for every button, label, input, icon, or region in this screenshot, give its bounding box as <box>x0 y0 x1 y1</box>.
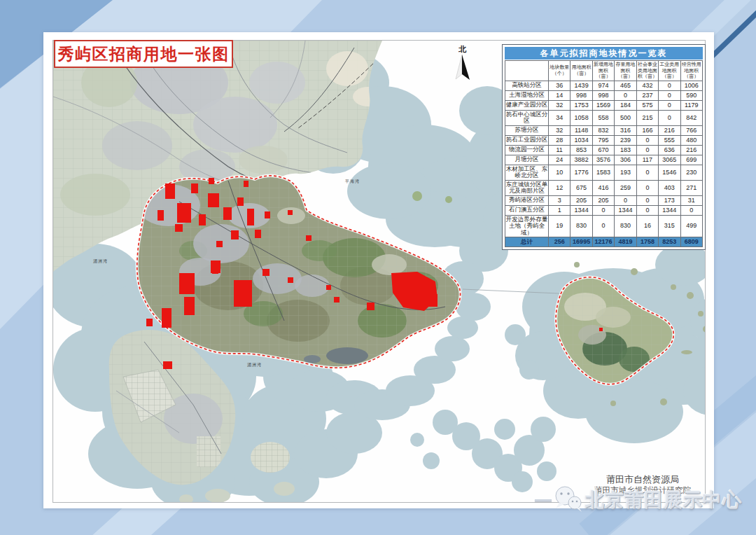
table-cell: 8253 <box>659 237 680 247</box>
table-corner-cell <box>505 61 549 81</box>
table-column-header: 存量用地面积（亩） <box>615 61 636 81</box>
table-cell: 432 <box>636 81 658 90</box>
row-header: 秀屿港区分区 <box>505 195 549 205</box>
table-grid: 地块数量（个）用地面积（亩）新增用地面积（亩）存量用地面积（亩）社会事业类用地面… <box>505 60 703 247</box>
table-cell: 416 <box>592 180 614 195</box>
table-cell: 1569 <box>592 100 614 110</box>
bay-label: 湄洲湾 <box>247 362 262 368</box>
table-cell: 1006 <box>680 81 702 90</box>
bay-label: 湄洲湾 <box>93 258 108 265</box>
table-column-header: 社会事业类用地面积（亩） <box>636 61 658 81</box>
table-cell: 0 <box>659 100 680 110</box>
row-header: 开发边界外存量土地（秀屿全域） <box>505 215 549 237</box>
row-header: 笏石工业园分区 <box>505 135 549 145</box>
table-cell: 14 <box>549 90 570 100</box>
table-header-row: 地块数量（个）用地面积（亩）新增用地面积（亩）存量用地面积（亩）社会事业类用地面… <box>505 61 703 81</box>
row-header: 石门澳五分区 <box>505 205 549 215</box>
table-cell: 0 <box>636 180 658 195</box>
row-header: 苏塘分区 <box>505 125 549 135</box>
credit-line: 莆田市自然资源局 <box>573 473 713 485</box>
table-cell: 4819 <box>615 237 636 247</box>
row-header: 土海湿地分区 <box>505 90 549 100</box>
table-cell: 1753 <box>570 100 592 110</box>
table-cell: 0 <box>659 110 680 125</box>
table-cell: 0 <box>659 90 680 100</box>
table-cell: 36 <box>549 81 570 90</box>
table-row: 木材加工区、东峤北分区101776158319301546230 <box>505 165 703 180</box>
table-column-header: 工业类用地面积（亩） <box>659 61 680 81</box>
table-cell: 558 <box>592 110 614 125</box>
table-cell: 636 <box>659 145 680 155</box>
table-row: 笏石中心城区分区3410585585002150842 <box>505 110 703 125</box>
table-cell: 315 <box>659 215 680 237</box>
table-cell: 998 <box>570 90 592 100</box>
table-cell: 237 <box>636 90 658 100</box>
table-cell: 173 <box>659 195 680 205</box>
table-cell: 832 <box>592 125 614 135</box>
table-cell: 12176 <box>592 237 614 247</box>
table-cell: 500 <box>615 110 636 125</box>
map-title: 秀屿区招商用地一张图 <box>54 40 233 68</box>
table-cell: 31 <box>680 195 702 205</box>
table-cell: 0 <box>680 205 702 215</box>
table-cell: 795 <box>592 135 614 145</box>
table-cell: 19 <box>549 215 570 237</box>
table-cell: 1583 <box>592 165 614 180</box>
table-cell: 1344 <box>659 205 680 215</box>
table-cell: 480 <box>680 135 702 145</box>
table-column-header: 地块数量（个） <box>549 61 570 81</box>
table-cell: 216 <box>659 125 680 135</box>
row-header: 总计 <box>505 237 549 247</box>
table-row: 秀屿港区分区32052050017331 <box>505 195 703 205</box>
table-cell: 830 <box>570 215 592 237</box>
table-cell: 853 <box>570 145 592 155</box>
table-column-header: 用地面积（亩） <box>570 61 592 81</box>
table-total-row: 总计25616995121764819175882536809 <box>505 237 703 247</box>
table-cell: 403 <box>659 180 680 195</box>
table-cell: 830 <box>615 215 636 237</box>
table-cell: 1344 <box>615 205 636 215</box>
table-cell: 0 <box>636 145 658 155</box>
table-cell: 166 <box>636 125 658 135</box>
table-cell: 1 <box>549 205 570 215</box>
table-cell: 0 <box>636 135 658 145</box>
row-header: 物流园一分区 <box>505 145 549 155</box>
table-cell: 974 <box>592 81 614 90</box>
table-title: 各单元拟招商地块情况一览表 <box>505 47 703 60</box>
summary-table: 各单元拟招商地块情况一览表 地块数量（个）用地面积（亩）新增用地面积（亩）存量用… <box>502 44 706 250</box>
table-cell: 271 <box>680 180 702 195</box>
table-cell: 555 <box>659 135 680 145</box>
table-cell: 3 <box>549 195 570 205</box>
north-arrow-icon <box>453 53 472 81</box>
table-cell: 216 <box>680 145 702 155</box>
table-cell: 0 <box>636 195 658 205</box>
table-cell: 0 <box>636 205 658 215</box>
table-cell: 239 <box>615 135 636 145</box>
table-cell: 34 <box>549 110 570 125</box>
table-cell: 306 <box>615 155 636 165</box>
table-cell: 1058 <box>570 110 592 125</box>
table-cell: 0 <box>592 215 614 237</box>
table-cell: 32 <box>549 100 570 110</box>
table-cell: 16 <box>636 215 658 237</box>
table-cell: 28 <box>549 135 570 145</box>
table-cell: 1179 <box>680 100 702 110</box>
table-cell: 256 <box>549 237 570 247</box>
table-cell: 1034 <box>570 135 592 145</box>
table-cell: 24 <box>549 155 570 165</box>
row-header: 健康产业园分区 <box>505 100 549 110</box>
row-header: 高铁站分区 <box>505 81 549 90</box>
table-row: 苏塘分区321148832316166216766 <box>505 125 703 135</box>
table-cell: 184 <box>615 100 636 110</box>
table-cell: 32 <box>549 125 570 135</box>
table-cell: 590 <box>680 90 702 100</box>
table-cell: 0 <box>615 90 636 100</box>
table-row: 石门澳五分区1134401344013440 <box>505 205 703 215</box>
table-row: 东庄城镇分区单元及南部片区126754162590403271 <box>505 180 703 195</box>
table-cell: 499 <box>680 215 702 237</box>
table-cell: 0 <box>659 81 680 90</box>
table-cell: 316 <box>615 125 636 135</box>
table-cell: 1546 <box>659 165 680 180</box>
table-cell: 6809 <box>680 237 702 247</box>
row-header: 木材加工区、东峤北分区 <box>505 165 549 180</box>
